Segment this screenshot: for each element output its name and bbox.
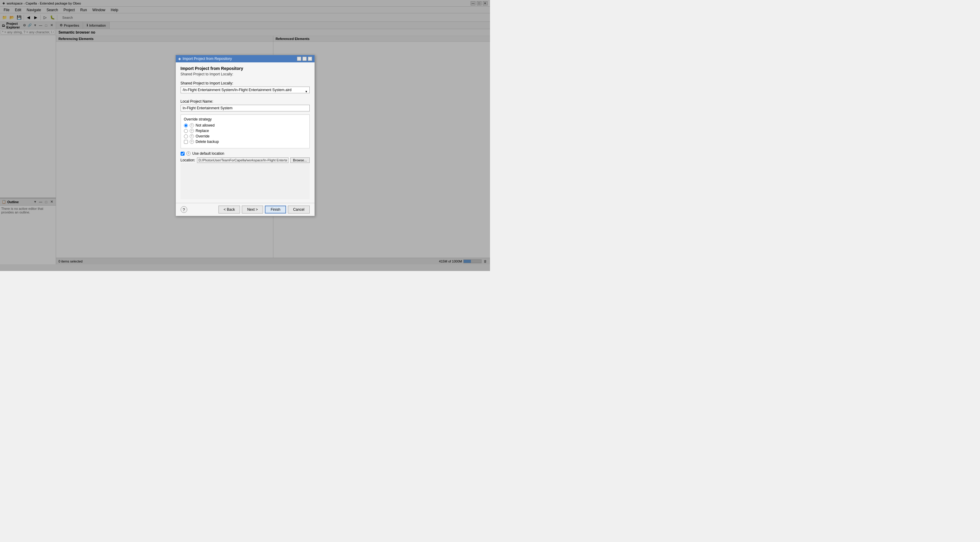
dialog-footer-buttons: < Back Next > Finish Cancel bbox=[218, 206, 309, 214]
next-button[interactable]: Next > bbox=[242, 206, 263, 214]
use-default-location-row: ? Use default location bbox=[181, 151, 310, 155]
help-delete-backup-icon: ? bbox=[190, 139, 194, 144]
help-use-default-icon: ? bbox=[186, 151, 191, 155]
radio-override-label: Override bbox=[196, 134, 210, 138]
help-replace-icon: ? bbox=[190, 129, 194, 133]
dialog-help-button[interactable]: ? bbox=[181, 206, 187, 213]
radio-not-allowed-row: ? Not allowed bbox=[184, 123, 306, 127]
radio-not-allowed-label: Not allowed bbox=[196, 123, 215, 127]
local-project-input[interactable] bbox=[181, 105, 310, 111]
radio-override-row: ? Override bbox=[184, 134, 306, 138]
override-strategy-title: Override strategy bbox=[184, 117, 306, 121]
use-default-location-checkbox[interactable] bbox=[181, 152, 185, 155]
browse-button[interactable]: Browse... bbox=[290, 157, 310, 163]
location-label: Location: bbox=[181, 158, 196, 162]
cancel-button[interactable]: Cancel bbox=[288, 206, 309, 214]
dialog-footer: ? < Back Next > Finish Cancel bbox=[176, 203, 315, 216]
dialog-body: Import Project from Repository Shared Pr… bbox=[176, 62, 315, 203]
dialog-title-icon: ◈ bbox=[178, 57, 181, 61]
radio-not-allowed[interactable] bbox=[184, 124, 188, 127]
shared-project-label: Shared Project to Import Locally: bbox=[181, 81, 310, 86]
radio-replace-label: Replace bbox=[196, 129, 209, 133]
dialog-maximize-btn[interactable]: □ bbox=[302, 57, 307, 61]
help-override-icon: ? bbox=[190, 134, 194, 138]
finish-button[interactable]: Finish bbox=[265, 206, 286, 214]
shared-project-select-wrapper: /In-Flight Entertainment System/In-Fligh… bbox=[181, 87, 310, 96]
use-default-location-label: Use default location bbox=[192, 151, 224, 155]
local-project-group: Local Project Name: bbox=[181, 99, 310, 111]
modal-overlay: ◈ Import Project from Repository — □ ✕ I… bbox=[0, 0, 490, 271]
radio-replace-row: ? Replace bbox=[184, 129, 306, 133]
dialog-subtitle: Shared Project to Import Locally: bbox=[181, 72, 310, 76]
delete-backup-label: Delete backup bbox=[196, 139, 219, 144]
dialog-minimize-btn[interactable]: — bbox=[297, 57, 301, 61]
radio-override[interactable] bbox=[184, 135, 188, 138]
shared-project-select[interactable]: /In-Flight Entertainment System/In-Fligh… bbox=[181, 87, 310, 93]
dialog-empty-area bbox=[181, 163, 310, 199]
dialog-main-heading: Import Project from Repository bbox=[181, 66, 310, 71]
delete-backup-checkbox[interactable] bbox=[184, 140, 188, 144]
dialog-title-bar: ◈ Import Project from Repository — □ ✕ bbox=[176, 55, 315, 62]
radio-replace[interactable] bbox=[184, 129, 188, 133]
back-button[interactable]: < Back bbox=[218, 206, 240, 214]
delete-backup-row: ? Delete backup bbox=[184, 139, 306, 144]
dialog-title-btns: — □ ✕ bbox=[297, 57, 312, 61]
dialog-close-btn[interactable]: ✕ bbox=[308, 57, 312, 61]
override-strategy-section: Override strategy ? Not allowed ? Replac… bbox=[181, 114, 310, 148]
help-not-allowed-icon: ? bbox=[190, 123, 194, 127]
location-row: Location: Browse... bbox=[181, 157, 310, 163]
local-project-label: Local Project Name: bbox=[181, 99, 310, 103]
location-input[interactable] bbox=[197, 157, 288, 163]
dialog-title-text: Import Project from Repository bbox=[183, 57, 232, 61]
shared-project-group: Shared Project to Import Locally: /In-Fl… bbox=[181, 81, 310, 96]
import-dialog: ◈ Import Project from Repository — □ ✕ I… bbox=[175, 55, 315, 216]
